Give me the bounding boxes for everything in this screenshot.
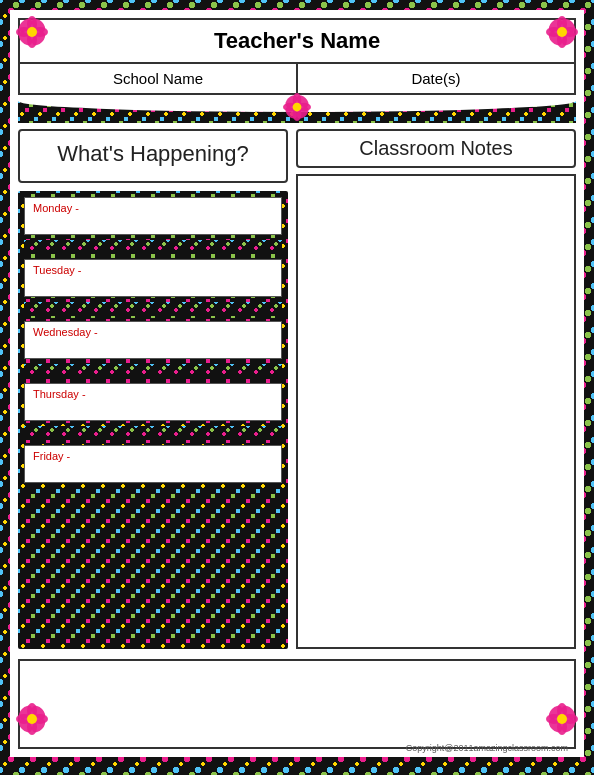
right-column: Classroom Notes [296, 129, 576, 649]
classroom-notes-content[interactable] [296, 174, 576, 649]
flower-bottom-right [546, 703, 578, 735]
school-name[interactable]: School Name [20, 64, 298, 93]
day-strip-1 [24, 240, 282, 254]
flower-top-right [546, 16, 578, 48]
svg-point-26 [27, 714, 37, 724]
svg-point-35 [557, 714, 567, 724]
monday-label: Monday - [33, 202, 79, 214]
scallop-strip [18, 101, 576, 123]
date-field[interactable]: Date(s) [298, 64, 574, 93]
left-column: What's Happening? Monday - Tuesday - Wed… [18, 129, 288, 649]
whats-happening-title: What's Happening? [34, 141, 272, 167]
friday-label: Friday - [33, 450, 70, 462]
svg-point-17 [557, 27, 567, 37]
copyright: Copyright@2011amazingclassroom.com [406, 743, 568, 753]
whats-happening-box: What's Happening? [18, 129, 288, 183]
svg-point-8 [27, 27, 37, 37]
days-container: Monday - Tuesday - Wednesday - Thursday … [18, 191, 288, 649]
flower-bottom-left [16, 703, 48, 735]
content-area: Teacher's Name School Name Date(s) [10, 10, 584, 757]
wednesday-box[interactable]: Wednesday - [24, 321, 282, 359]
bottom-notes[interactable] [18, 659, 576, 749]
classroom-notes-title: Classroom Notes [296, 129, 576, 168]
thursday-label: Thursday - [33, 388, 86, 400]
flower-top-left [16, 16, 48, 48]
tuesday-box[interactable]: Tuesday - [24, 259, 282, 297]
monday-box[interactable]: Monday - [24, 197, 282, 235]
thursday-box[interactable]: Thursday - [24, 383, 282, 421]
tuesday-label: Tuesday - [33, 264, 82, 276]
day-strip-2 [24, 302, 282, 316]
teacher-name[interactable]: Teacher's Name [20, 20, 574, 64]
page-background: Teacher's Name School Name Date(s) [0, 0, 594, 775]
friday-box[interactable]: Friday - [24, 445, 282, 483]
flower-center-strip [283, 93, 311, 121]
school-date-row: School Name Date(s) [20, 64, 574, 93]
day-strip-3 [24, 364, 282, 378]
wednesday-label: Wednesday - [33, 326, 98, 338]
header-section: Teacher's Name School Name Date(s) [18, 18, 576, 95]
svg-point-44 [293, 103, 302, 112]
day-strip-4 [24, 426, 282, 440]
main-body: What's Happening? Monday - Tuesday - Wed… [18, 129, 576, 649]
